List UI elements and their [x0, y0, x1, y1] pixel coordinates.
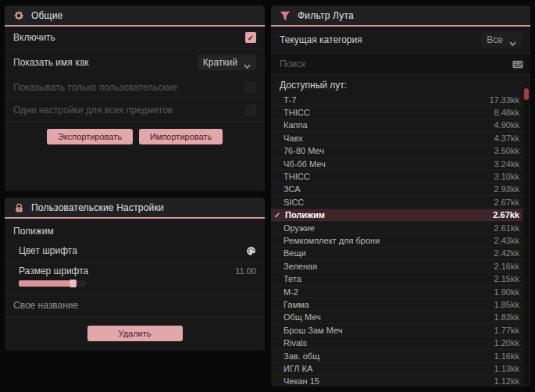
loot-item-name: Чавх — [284, 134, 494, 143]
loot-item-row[interactable]: Чавх 4.37kk — [271, 132, 523, 144]
loot-item-name: THICC — [284, 172, 494, 181]
slider-handle[interactable] — [70, 280, 77, 287]
loot-item-name: Зеленая — [284, 262, 494, 271]
loot-item-row[interactable]: ЗСА 2.93kk — [271, 184, 523, 196]
loot-item-row[interactable]: Общ Меч 1.83kk — [271, 312, 523, 324]
chevron-down-icon — [244, 60, 251, 65]
loot-item-value: 2.67kk — [493, 210, 519, 219]
loot-item-value: 1.77kk — [494, 326, 519, 335]
panel-general-header: Общие — [5, 5, 265, 27]
name-mode-select[interactable]: Краткий — [198, 55, 256, 70]
row-name-mode: Показать имя как Краткий — [5, 49, 265, 77]
single-settings-checkbox — [245, 105, 256, 116]
loot-item-value: 3.50kk — [494, 146, 519, 155]
loot-item-row[interactable]: Гамма 1.85kk — [271, 298, 523, 311]
chevron-down-icon — [509, 37, 516, 42]
loot-item-row[interactable]: Оружие 2.61kk — [271, 222, 523, 234]
loot-item-name: Т-7 — [284, 95, 489, 105]
loot-item-value: 4.90kk — [494, 120, 519, 130]
font-color-label: Цвет шрифта — [19, 245, 77, 256]
single-settings-label: Одни настройки для всех предметов — [13, 105, 173, 116]
loot-item-row[interactable]: SICC 2.67kk — [271, 196, 523, 208]
check-icon: ✓ — [274, 211, 285, 219]
loot-item-row[interactable]: Зеленая 2.16kk — [271, 260, 523, 273]
selected-item-name: Полижим — [5, 219, 265, 240]
panel-loot-filter: Фильтр Лута Текущая категория Все Доступ… — [271, 5, 530, 387]
scrollbar-thumb[interactable] — [524, 88, 529, 100]
only-custom-label: Показывать только пользовательские — [13, 82, 177, 93]
row-single-settings: Одни настройки для всех предметов — [5, 99, 265, 122]
loot-item-name: ИГЛ КА — [284, 364, 494, 373]
loot-item-name: Общ Меч — [284, 312, 494, 322]
enable-checkbox[interactable]: ✓ — [245, 32, 256, 43]
loot-item-value: 2.42kk — [494, 248, 519, 258]
category-select[interactable]: Все — [481, 32, 522, 48]
loot-item-value: 2.93kk — [494, 184, 519, 194]
loot-item-row[interactable]: Rivals 1.20kk — [271, 337, 523, 349]
panel-custom-settings: Пользовательские Настройки Полижим Цвет … — [5, 198, 265, 351]
export-button[interactable]: Экспортировать — [47, 129, 133, 144]
loot-item-value: 3.10kk — [494, 172, 519, 181]
panel-general: Общие Включить ✓ Показать имя как Кратки… — [5, 5, 265, 191]
row-export-import: Экспортировать Импортировать — [5, 122, 265, 151]
loot-item-name: Гамма — [284, 300, 494, 309]
loot-item-row[interactable]: ИГЛ КА 1.13kk — [271, 362, 523, 375]
name-mode-label: Показать имя как — [13, 57, 89, 68]
loot-item-name: Каппа — [284, 120, 494, 130]
loot-item-name: Оружие — [284, 223, 494, 233]
gear-icon — [13, 10, 24, 21]
loot-item-row[interactable]: М-2 1.90kk — [271, 286, 523, 298]
loot-item-name: ЗСА — [284, 184, 494, 194]
loot-item-value: 1.85kk — [494, 300, 519, 309]
loot-item-row[interactable]: THICC 3.10kk — [271, 170, 523, 183]
loot-item-value: 1.16kk — [494, 351, 519, 361]
custom-name-input[interactable] — [5, 294, 265, 317]
loot-item-row[interactable]: Чб-бб Меч 3.24kk — [271, 158, 523, 170]
loot-item-row[interactable]: Ремкомплект для брони 2.43kk — [271, 234, 523, 247]
loot-item-name: 76-80 Меч — [284, 146, 494, 155]
loot-item-name: Чекан 15 — [284, 376, 494, 386]
loot-item-row[interactable]: Брош Зам Меч 1.77kk — [271, 324, 523, 337]
loot-item-row[interactable]: Чекан 15 1.12kk — [271, 376, 523, 387]
lock-icon — [13, 202, 24, 213]
row-font-size: Размер шрифта 11.00 — [5, 262, 265, 294]
panel-title: Общие — [31, 10, 62, 21]
panel-custom-header: Пользовательские Настройки — [5, 198, 265, 219]
loot-item-value: 1.13kk — [494, 364, 519, 373]
loot-item-row[interactable]: 76-80 Меч 3.50kk — [271, 145, 523, 158]
font-size-value: 11.00 — [235, 266, 256, 276]
loot-item-value: 1.90kk — [494, 287, 519, 297]
row-delete: Удалить — [5, 318, 265, 351]
row-custom-name — [5, 294, 265, 318]
loot-item-row[interactable]: Каппа 4.90kk — [271, 119, 523, 132]
loot-item-name: М-2 — [284, 287, 494, 297]
loot-item-row[interactable]: Вещи 2.42kk — [271, 248, 523, 260]
loot-item-value: 2.16kk — [494, 262, 519, 271]
font-size-label: Размер шрифта — [19, 265, 88, 276]
left-column: Общие Включить ✓ Показать имя как Кратки… — [5, 5, 265, 387]
slider-fill — [19, 280, 73, 287]
import-button[interactable]: Импортировать — [139, 129, 223, 144]
category-value: Все — [487, 34, 503, 45]
available-loot-label: Доступный лут: — [271, 75, 530, 94]
panel-title: Фильтр Лута — [298, 10, 354, 21]
keyboard-icon[interactable] — [512, 59, 523, 69]
loot-item-name: THICC — [284, 108, 494, 117]
loot-item-row[interactable]: ✓ Полижим 2.67kk — [271, 209, 523, 222]
loot-item-value: 3.24kk — [494, 159, 519, 169]
font-size-slider[interactable] — [19, 280, 86, 287]
loot-item-row[interactable]: THICC 8.48kk — [271, 106, 523, 119]
search-input[interactable] — [278, 58, 512, 70]
row-category: Текущая категория Все — [271, 27, 530, 54]
loot-item-name: Брош Зам Меч — [284, 326, 494, 335]
loot-item-value: 17.33kk — [489, 95, 519, 105]
loot-item-row[interactable]: Т-7 17.33kk — [271, 94, 523, 106]
delete-button[interactable]: Удалить — [87, 326, 183, 341]
loot-item-row[interactable]: Зав. общ 1.16kk — [271, 350, 523, 362]
palette-icon[interactable] — [245, 245, 256, 256]
loot-item-name: Чб-бб Меч — [284, 159, 494, 169]
loot-item-value: 4.37kk — [494, 134, 519, 143]
loot-item-value: 1.20kk — [494, 338, 519, 347]
loot-item-value: 2.15kk — [494, 274, 519, 283]
loot-item-row[interactable]: Тета 2.15kk — [271, 273, 523, 285]
